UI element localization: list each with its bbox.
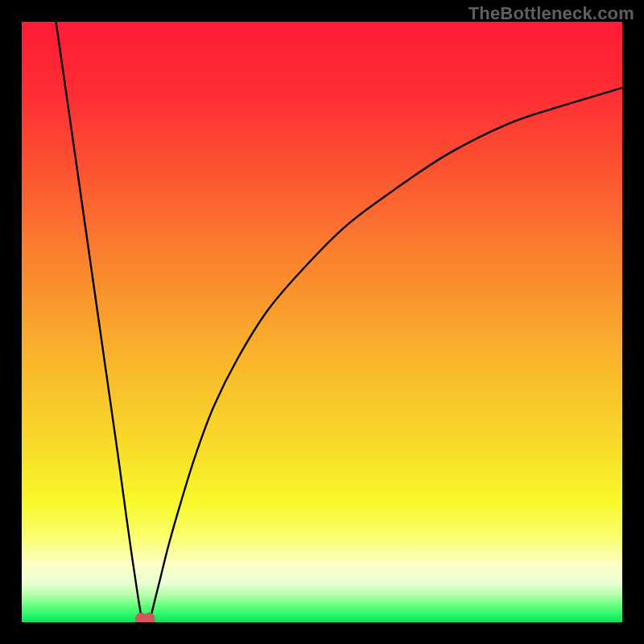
plot-area [22,22,622,622]
chart-frame: TheBottleneck.com [0,0,644,644]
watermark-text: TheBottleneck.com [469,3,634,24]
min-marker-right [143,613,155,622]
plot-svg [22,22,622,622]
gradient-background [22,22,622,622]
